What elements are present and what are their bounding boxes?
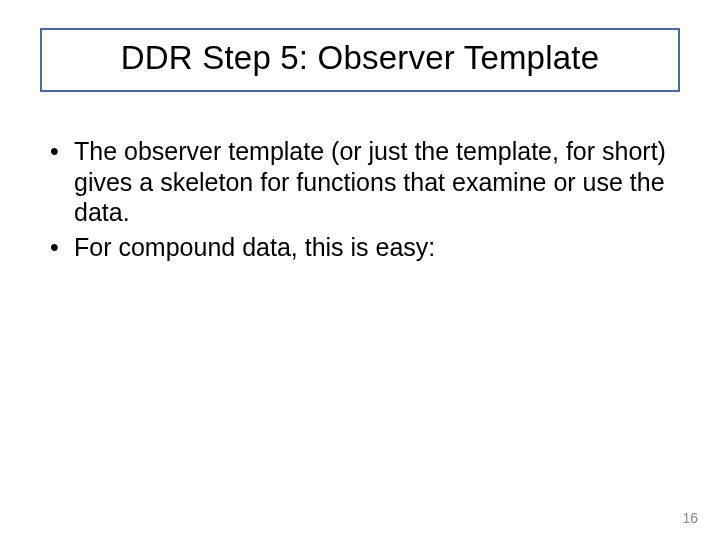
- slide-title: DDR Step 5: Observer Template: [58, 40, 662, 76]
- slide-body: The observer template (or just the templ…: [46, 136, 666, 266]
- title-box: DDR Step 5: Observer Template: [40, 28, 680, 92]
- list-item: For compound data, this is easy:: [46, 232, 666, 263]
- list-item: The observer template (or just the templ…: [46, 136, 666, 228]
- bullet-list: The observer template (or just the templ…: [46, 136, 666, 262]
- page-number: 16: [682, 510, 698, 526]
